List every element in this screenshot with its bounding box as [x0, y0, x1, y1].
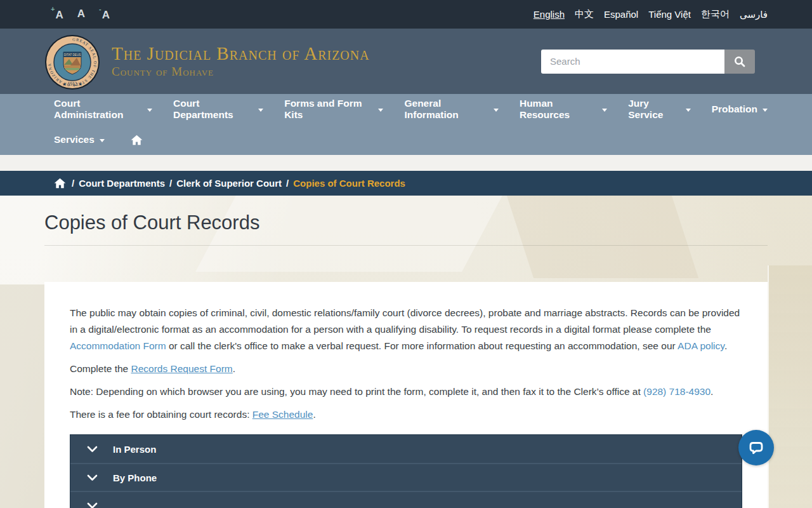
chevron-down-icon	[258, 109, 263, 112]
fax-note-paragraph: Note: Depending on which browser you are…	[70, 384, 742, 400]
language-link-korean[interactable]: 한국어	[701, 8, 730, 20]
accommodation-form-link[interactable]: Accommodation Form	[70, 340, 166, 351]
accordion-header-in-person[interactable]: In Person	[70, 435, 742, 463]
breadcrumb-link-clerk-of-superior-court[interactable]: Clerk of Superior Court	[176, 178, 282, 189]
ada-policy-link[interactable]: ADA policy	[678, 340, 724, 351]
chevron-down-icon	[147, 109, 152, 112]
records-methods-accordion: In Person By Phone	[70, 434, 742, 508]
breadcrumb-home-link[interactable]	[54, 178, 66, 189]
site-title: The Judicial Branch of Arizona	[112, 44, 370, 63]
site-subtitle: County of Mohave	[112, 65, 370, 79]
svg-text:DITAT DEUS: DITAT DEUS	[64, 53, 81, 57]
breadcrumb-link-court-departments[interactable]: Court Departments	[79, 178, 165, 189]
nav-forms-and-form-kits[interactable]: Forms and Form Kits	[284, 98, 383, 121]
records-request-form-link[interactable]: Records Request Form	[131, 363, 233, 374]
svg-text:★ 1912 ★: ★ 1912 ★	[62, 81, 82, 87]
nav-services[interactable]: Services	[54, 134, 105, 145]
nav-court-departments[interactable]: Court Departments	[173, 98, 263, 121]
home-icon	[131, 135, 143, 145]
background-building-image	[768, 265, 812, 508]
records-request-paragraph: Complete the Records Request Form.	[70, 361, 742, 377]
chevron-down-icon	[494, 109, 499, 112]
fee-paragraph: There is a fee for obtaining court recor…	[70, 406, 742, 423]
font-size-decrease-button[interactable]: -A	[99, 8, 110, 20]
language-link-vietnamese[interactable]: Tiếng Việt	[648, 9, 691, 20]
chevron-down-icon	[87, 474, 98, 481]
live-chat-button[interactable]	[738, 430, 774, 465]
breadcrumb-bar: / Court Departments / Clerk of Superior …	[0, 171, 812, 196]
nav-jury-service[interactable]: Jury Service	[628, 98, 690, 121]
plus-icon: +	[51, 5, 55, 13]
nav-general-information[interactable]: General Information	[404, 98, 498, 121]
chevron-down-icon	[87, 502, 98, 508]
chevron-down-icon	[378, 109, 383, 112]
accordion-header-by-phone[interactable]: By Phone	[70, 463, 742, 491]
font-size-reset-button[interactable]: A	[77, 8, 85, 20]
minus-icon: -	[99, 5, 102, 13]
page-title: Copies of Court Records	[44, 196, 768, 234]
nav-human-resources[interactable]: Human Resources	[520, 98, 607, 121]
breadcrumb-separator: /	[286, 178, 289, 189]
intro-paragraph: The public may obtain copies of criminal…	[70, 305, 742, 354]
chevron-down-icon	[87, 446, 98, 453]
language-link-chinese[interactable]: 中文	[575, 8, 594, 20]
top-utility-bar: +A A -A English 中文 Español Tiếng Việt 한국…	[0, 0, 812, 29]
language-switcher: English 中文 Español Tiếng Việt 한국어 فارسی	[534, 8, 768, 20]
site-brand[interactable]: GREAT SEAL OF THE STATE OF ARIZONA ★ 191…	[44, 33, 370, 90]
nav-probation[interactable]: Probation	[712, 104, 768, 115]
chevron-down-icon	[686, 109, 691, 112]
font-size-increase-button[interactable]: +A	[51, 8, 63, 20]
search-icon	[733, 55, 746, 68]
chevron-down-icon	[763, 109, 768, 112]
home-icon	[54, 178, 66, 189]
breadcrumb-separator: /	[169, 178, 172, 189]
chevron-down-icon	[602, 109, 607, 112]
language-link-farsi[interactable]: فارسی	[740, 9, 768, 20]
title-divider	[44, 245, 768, 246]
site-header: GREAT SEAL OF THE STATE OF ARIZONA ★ 191…	[0, 29, 812, 94]
breadcrumb: / Court Departments / Clerk of Superior …	[44, 171, 768, 196]
breadcrumb-separator: /	[72, 178, 74, 189]
search-input[interactable]	[541, 50, 724, 74]
content-card: The public may obtain copies of criminal…	[44, 282, 768, 508]
page-content-area: Copies of Court Records The public may o…	[0, 196, 812, 508]
arizona-state-seal-logo: GREAT SEAL OF THE STATE OF ARIZONA ★ 191…	[44, 34, 100, 90]
nav-court-administration[interactable]: Court Administration	[54, 98, 152, 121]
font-size-controls: +A A -A	[44, 8, 110, 20]
language-link-english[interactable]: English	[534, 9, 565, 20]
spacer-strip	[0, 155, 812, 171]
fee-schedule-link[interactable]: Fee Schedule	[252, 409, 313, 420]
breadcrumb-current-page: Copies of Court Records	[293, 178, 405, 189]
main-navigation: Court Administration Court Departments F…	[0, 94, 812, 155]
clerk-phone-link[interactable]: (928) 718-4930	[643, 386, 710, 397]
chat-bubble-icon	[746, 438, 766, 458]
accordion-header-by-fax[interactable]	[70, 491, 742, 508]
site-search	[541, 50, 755, 74]
search-button[interactable]	[724, 50, 755, 74]
language-link-spanish[interactable]: Español	[604, 9, 638, 20]
chevron-down-icon	[100, 139, 105, 142]
nav-home-button[interactable]	[131, 135, 143, 145]
background-building-image	[0, 284, 44, 508]
